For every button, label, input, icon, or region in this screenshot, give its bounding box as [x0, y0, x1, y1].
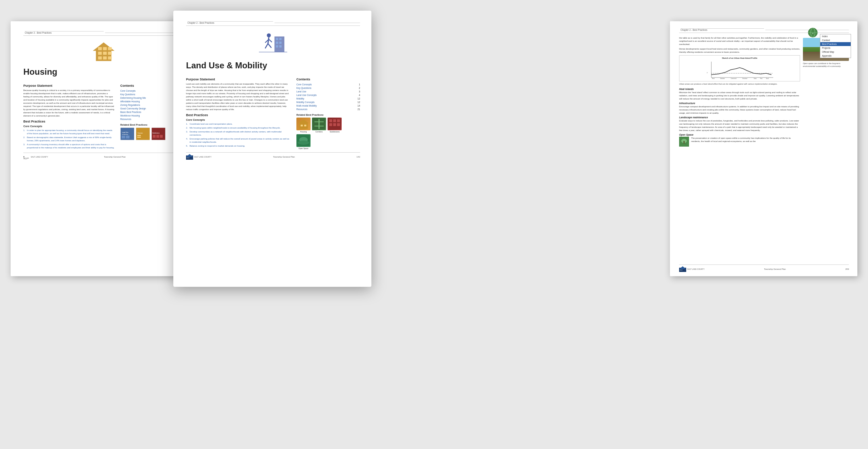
open-space-icon	[679, 137, 689, 147]
sustainability-icon-container: S	[808, 28, 818, 38]
svg-text:& Mobility: & Mobility	[122, 133, 128, 135]
list-item: Balance zoning to respond to market dema…	[186, 144, 291, 148]
thumb-img-corridors	[312, 118, 326, 130]
svg-rect-52	[329, 123, 332, 126]
contents-label: Affordable Housing	[120, 100, 140, 103]
thumb-icon-census: Census	[136, 128, 150, 140]
slc-logo-middle: SLC SALT LAKE COUNTY	[186, 154, 212, 160]
chapter-header-middle: Chapter 2 - Best Practices	[186, 21, 360, 26]
contents-page: 14	[358, 104, 360, 107]
svg-point-34	[267, 33, 271, 37]
landscape-heading: Landscape maintenance	[679, 116, 800, 119]
contents-title-middle: Contents	[296, 78, 360, 81]
svg-line-39	[268, 44, 272, 48]
contents-label: Resources	[296, 108, 307, 110]
svg-rect-9	[108, 56, 112, 59]
svg-text:Downtown: Downtown	[742, 78, 747, 79]
svg-text:S: S	[812, 33, 814, 34]
svg-rect-7	[98, 56, 102, 59]
svg-rect-6	[108, 52, 112, 55]
contents-label: Resources	[120, 118, 131, 120]
thumb-icon-land-use: Land Use & Mobility	[121, 128, 134, 140]
svg-text:🏛: 🏛	[23, 156, 25, 158]
svg-rect-4	[98, 52, 102, 55]
nav-menu-item-index[interactable]: Index	[820, 34, 851, 38]
svg-rect-15	[136, 128, 150, 140]
footer-center-left: Township General Plan	[104, 156, 126, 158]
thumb-svg-corridors	[313, 118, 325, 130]
svg-rect-5	[103, 52, 107, 55]
footer-org-middle: SALT LAKE COUNTY	[194, 156, 212, 158]
nav-menu-item-appendix[interactable]: Appendix	[820, 54, 851, 58]
contents-item: Mobility Concepts12	[296, 100, 360, 104]
thumb-subdivisions-middle: Subdivisions	[328, 118, 342, 133]
svg-rect-30	[276, 41, 278, 44]
chart-title: Sketch of an Urban Heat-Island Profile	[681, 57, 798, 59]
contents-label: Multi-modal Mobility	[296, 104, 317, 107]
page-title-middle: Land Use & Mobility	[186, 61, 360, 70]
left-col: Purpose Statement Because quality housin…	[23, 81, 115, 150]
middle-left-col: Purpose Statement Land use and mobility …	[186, 75, 291, 149]
pages-container: Chapter 2 - Best Practices	[0, 0, 868, 449]
open-space-section: The preservation or creation of open spa…	[679, 137, 800, 147]
svg-rect-8	[103, 56, 107, 59]
housing-icon-container	[23, 39, 184, 64]
svg-rect-29	[279, 38, 282, 40]
thumb-img-openspace	[296, 134, 311, 147]
nav-menu-item-projects[interactable]: Projects	[820, 46, 851, 50]
nav-menu[interactable]: Index Context Best Practices Projects Of…	[820, 34, 851, 58]
svg-rect-21	[153, 135, 156, 138]
related-practices-middle: Related Best Practices: Housing	[296, 114, 360, 149]
thumbnails-middle-row2: Open Space	[296, 134, 360, 149]
svg-text:COUNTY: COUNTY	[23, 159, 27, 160]
list-item: A community's housing inventory should o…	[23, 143, 115, 150]
svg-rect-2	[103, 47, 107, 50]
svg-text:Rural: Rural	[712, 78, 715, 79]
heat-island-chart: Sketch of an Urban Heat-Island Profile R…	[679, 55, 800, 81]
svg-text:°C: °C	[707, 72, 708, 73]
house-icon	[91, 39, 116, 64]
heat-islands-heading: Heat islands	[679, 88, 800, 90]
contents-label: Key Questions	[296, 87, 311, 89]
svg-rect-1	[98, 47, 102, 50]
slc-logo-icon: 🏛 SALT LAKE COUNTY	[23, 154, 30, 159]
contents-label: Core Concepts	[120, 90, 135, 92]
contents-page: 4	[359, 94, 360, 96]
list-item: In order to plan for appropriate housing…	[23, 129, 115, 136]
slc-logo-left: 🏛 SALT LAKE COUNTY SALT LAKE COUNTY	[23, 154, 48, 159]
svg-rect-42	[301, 125, 303, 126]
open-space-icon-svg	[679, 137, 689, 147]
slc-logo-right: SLC SALT LAKE COUNTY	[679, 266, 705, 272]
core-concepts-list-middle: Coordinate land use and transportation p…	[186, 122, 291, 148]
open-space-heading: Open Space	[679, 133, 800, 136]
svg-line-37	[269, 39, 272, 42]
svg-rect-13	[122, 136, 125, 138]
thumbnails-middle: Housing Corridors	[296, 118, 360, 133]
left-page-content: Purpose Statement Because quality housin…	[23, 81, 184, 150]
svg-line-38	[265, 44, 268, 49]
nav-menu-item-context[interactable]: Context	[820, 38, 851, 42]
svg-rect-53	[333, 123, 336, 126]
page-middle: Chapter 2 - Best Practices	[173, 11, 371, 287]
chapter-label-left: Chapter 2 - Best Practices	[25, 31, 104, 34]
list-item: Coordinate land use and transportation p…	[186, 122, 291, 126]
contents-label: Good Community Design	[120, 107, 146, 110]
svg-text:Land Use: Land Use	[122, 131, 129, 133]
right-main-col: the table as is used by that family for …	[679, 36, 800, 147]
nav-menu-item-best-practices[interactable]: Best Practices	[820, 42, 851, 46]
chapter-header-right: Chapter 2 - Best Practices	[679, 28, 849, 33]
intro-text2: Dense developments support local food st…	[679, 47, 800, 54]
footer-middle-page: SLC SALT LAKE COUNTY Township General Pl…	[186, 152, 360, 160]
contents-label: Determining Housing Mix	[120, 97, 146, 99]
core-concepts-list-left: In order to plan for appropriate housing…	[23, 129, 115, 150]
chart-svg: Rural Suburban Commercial Downtown Urban…	[681, 60, 798, 79]
landscape-text: Evaluate ways to reduce the use of pesti…	[679, 119, 800, 132]
svg-rect-33	[279, 45, 282, 47]
footer-org-left: SALT LAKE COUNTY	[31, 156, 48, 158]
thumb-subdivision: Subdivision	[151, 127, 166, 140]
svg-rect-54	[337, 123, 340, 126]
nav-menu-item-official-map[interactable]: Official Map	[820, 50, 851, 54]
svg-rect-51	[337, 119, 340, 122]
svg-rect-49	[329, 119, 332, 122]
page-left: Chapter 2 - Best Practices	[11, 21, 195, 276]
